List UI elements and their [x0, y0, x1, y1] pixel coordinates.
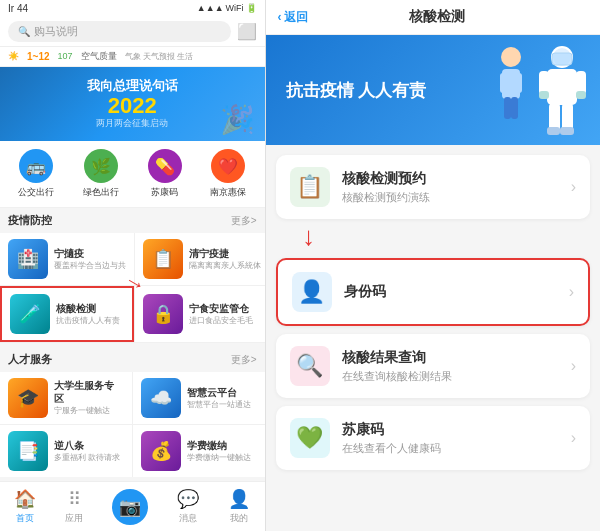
nav-mine[interactable]: 👤 我的 — [228, 488, 250, 525]
svg-rect-3 — [516, 73, 522, 93]
epi-desc-4: 进口食品安全毛毛 — [189, 316, 261, 326]
epidemic-item-2[interactable]: 📋 清宁疫捷 隔离离离亲人系統体 — [135, 233, 265, 285]
talent-text-2: 智慧云平台 智慧平台一站通达 — [187, 386, 257, 410]
health-code-subtitle: 在线查看个人健康码 — [342, 441, 559, 456]
quick-item-bus[interactable]: 🚌 公交出行 — [18, 149, 54, 199]
booking-arrow-icon: › — [571, 178, 576, 196]
left-panel: Ir 44 ▲▲▲ WiFi 🔋 🔍 购马说明 ⬜ ☀️ 1~12 107 空气… — [0, 0, 265, 531]
talent-desc-3: 多重福利 款待请求 — [54, 453, 124, 463]
epidemic-item-4[interactable]: 🔒 宁食安监管仓 进口食品安全毛毛 — [135, 286, 265, 342]
health-code-arrow-icon: › — [571, 429, 576, 447]
epidemic-item-nucleic[interactable]: 🧪 核酸检测 抗击疫情人人有责 → — [0, 286, 134, 342]
search-icon: 🔍 — [18, 26, 30, 37]
talent-grid: 🎓 大学生服务专区 宁服务一键触达 ☁️ 智慧云平台 智慧平台一站通达 📑 逆八… — [0, 372, 265, 477]
epi-desc-nucleic: 抗击疫情人人有责 — [56, 316, 124, 326]
search-box[interactable]: 🔍 购马说明 — [8, 21, 231, 42]
svg-rect-12 — [539, 91, 549, 99]
talent-section: 人才服务 更多> 🎓 大学生服务专区 宁服务一键触达 ☁️ 智慧云平台 智慧平台… — [0, 347, 265, 477]
health-icon: 💊 — [148, 149, 182, 183]
menu-item-booking[interactable]: 📋 核酸检测预约 核酸检测预约演练 › — [276, 155, 590, 219]
talent-text-1: 大学生服务专区 宁服务一键触达 — [54, 379, 124, 416]
epi-text-nucleic: 核酸检测 抗击疫情人人有责 — [56, 302, 124, 326]
quick-item-health[interactable]: 💊 苏康码 — [148, 149, 182, 199]
banner-sub: 两月两会征集启动 — [87, 117, 178, 130]
bus-icon: 🚌 — [19, 149, 53, 183]
weather-extra: 气象 天气预报 生活 — [125, 51, 193, 62]
signal-icon: ▲▲▲ — [197, 3, 224, 13]
menu-item-identity[interactable]: 👤 身份码 › — [276, 258, 590, 326]
wifi-icon: WiFi — [226, 3, 244, 13]
result-title: 核酸结果查询 — [342, 349, 559, 367]
epi-icon-4: 🔒 — [143, 294, 183, 334]
result-icon: 🔍 — [290, 346, 330, 386]
nav-home[interactable]: 🏠 首页 — [14, 488, 36, 525]
right-header: ‹ 返回 核酸检测 — [266, 0, 600, 35]
nav-apps[interactable]: ⠿ 应用 — [65, 488, 83, 525]
nanjing-icon: ❤️ — [211, 149, 245, 183]
health-code-title: 苏康码 — [342, 421, 559, 439]
nav-message[interactable]: 💬 消息 — [177, 488, 199, 525]
page-title: 核酸检测 — [316, 8, 558, 26]
epi-title-4: 宁食安监管仓 — [189, 302, 261, 315]
bus-label: 公交出行 — [18, 186, 54, 199]
health-code-info: 苏康码 在线查看个人健康码 — [342, 421, 559, 456]
booking-title: 核酸检测预约 — [342, 170, 559, 188]
nav-scan[interactable]: 📷 — [112, 489, 148, 525]
health-code-icon: 💚 — [290, 418, 330, 458]
result-arrow-icon: › — [571, 357, 576, 375]
svg-rect-16 — [547, 127, 560, 135]
epidemic-section: 疫情防控 更多> 🏥 宁擿疫 覆盖科学合当边与共 📋 清宁疫捷 隔离离离亲人系統… — [0, 208, 265, 343]
result-subtitle: 在线查询核酸检测结果 — [342, 369, 559, 384]
identity-title: 身份码 — [344, 283, 557, 301]
epi-desc-2: 隔离离离亲人系統体 — [189, 261, 261, 271]
aqi-value: 107 — [58, 51, 73, 61]
nanjing-label: 南京惠保 — [210, 186, 246, 199]
epi-title-1: 宁擿疫 — [54, 247, 126, 260]
back-button[interactable]: ‹ 返回 — [278, 9, 308, 26]
banner-year: 2022 — [87, 95, 178, 117]
talent-item-2[interactable]: ☁️ 智慧云平台 智慧平台一站通达 — [133, 372, 265, 424]
home-label: 首页 — [16, 512, 34, 525]
sun-icon: ☀️ — [8, 51, 19, 61]
talent-item-1[interactable]: 🎓 大学生服务专区 宁服务一键触达 — [0, 372, 132, 424]
talent-more[interactable]: 更多> — [231, 353, 257, 367]
menu-item-health-code[interactable]: 💚 苏康码 在线查看个人健康码 › — [276, 406, 590, 470]
menu-item-result[interactable]: 🔍 核酸结果查询 在线查询核酸检测结果 › — [276, 334, 590, 398]
talent-icon-3: 📑 — [8, 431, 48, 471]
health-label: 苏康码 — [151, 186, 178, 199]
talent-title-2: 智慧云平台 — [187, 386, 257, 399]
svg-rect-14 — [549, 103, 560, 131]
talent-item-3[interactable]: 📑 逆八条 多重福利 款待请求 — [0, 425, 132, 477]
mine-icon: 👤 — [228, 488, 250, 510]
epidemic-more[interactable]: 更多> — [231, 214, 257, 228]
right-red-arrow: → — [293, 226, 324, 252]
epi-desc-1: 覆盖科学合当边与共 — [54, 261, 126, 271]
status-bar: Ir 44 ▲▲▲ WiFi 🔋 — [0, 0, 265, 17]
talent-text-3: 逆八条 多重福利 款待请求 — [54, 439, 124, 463]
talent-desc-4: 学费缴纳一键触达 — [187, 453, 257, 463]
quick-item-green[interactable]: 🌿 绿色出行 — [83, 149, 119, 199]
epidemic-item-1[interactable]: 🏥 宁擿疫 覆盖科学合当边与共 — [0, 233, 134, 285]
quick-icons-row: 🚌 公交出行 🌿 绿色出行 💊 苏康码 ❤️ 南京惠保 — [0, 141, 265, 208]
svg-rect-2 — [500, 73, 506, 93]
main-banner[interactable]: 我向总理说句话 2022 两月两会征集启动 🎉 — [0, 67, 265, 141]
search-bar[interactable]: 🔍 购马说明 ⬜ — [0, 17, 265, 47]
talent-item-4[interactable]: 💰 学费缴纳 学费缴纳一键触达 — [133, 425, 265, 477]
talent-header: 人才服务 更多> — [0, 347, 265, 372]
mine-label: 我的 — [230, 512, 248, 525]
quick-item-nanjing[interactable]: ❤️ 南京惠保 — [210, 149, 246, 199]
talent-desc-1: 宁服务一键触达 — [54, 406, 124, 416]
epidemic-grid: 🏥 宁擿疫 覆盖科学合当边与共 📋 清宁疫捷 隔离离离亲人系統体 🧪 核酸检测 — [0, 233, 265, 343]
scan-icon[interactable]: ⬜ — [237, 22, 257, 41]
svg-rect-5 — [511, 97, 518, 119]
epi-icon-1: 🏥 — [8, 239, 48, 279]
talent-title-1: 大学生服务专区 — [54, 379, 124, 405]
home-icon: 🏠 — [14, 488, 36, 510]
svg-rect-4 — [504, 97, 511, 119]
banner-figures — [492, 45, 590, 145]
talent-icon-4: 💰 — [141, 431, 181, 471]
talent-icon-1: 🎓 — [8, 378, 48, 418]
back-chevron-icon: ‹ — [278, 10, 282, 24]
green-icon: 🌿 — [84, 149, 118, 183]
epidemic-header: 疫情防控 更多> — [0, 208, 265, 233]
